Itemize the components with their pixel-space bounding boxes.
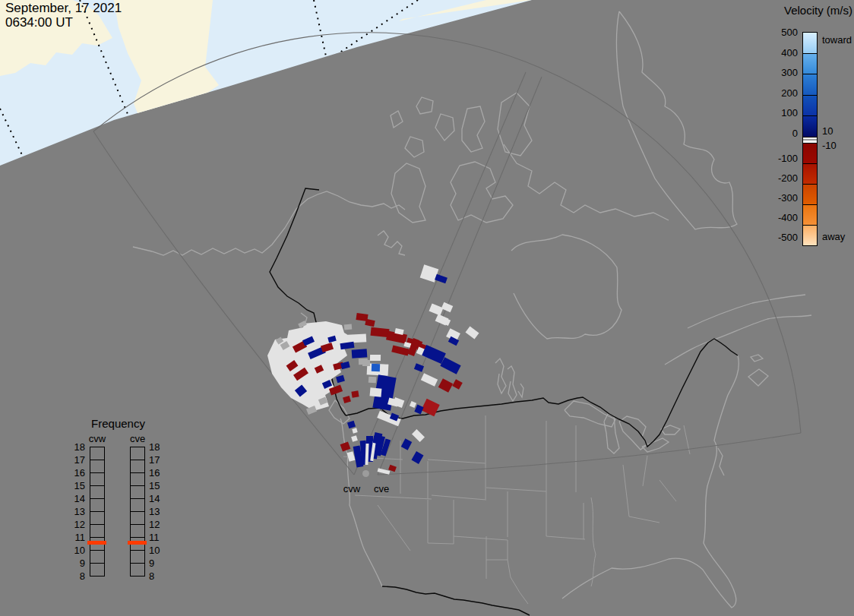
velocity-cell	[452, 379, 463, 390]
frequency-tick-label: 17	[149, 454, 175, 465]
frequency-legend-title: Frequency	[78, 417, 158, 430]
frequency-tick-label: 9	[59, 558, 85, 568]
frequency-cell	[131, 550, 144, 563]
velocity-cell	[336, 375, 345, 383]
frequency-tick-label: 15	[59, 480, 85, 491]
velocity-segment	[803, 163, 817, 184]
velocity-cell	[429, 303, 444, 315]
frequency-tick-label: 16	[149, 467, 175, 478]
velocity-cell	[438, 378, 452, 393]
frequency-cell	[131, 563, 144, 576]
superdarn-fan-plot: cvw cve September, 17 2021 0634:00 UT Ve…	[0, 0, 854, 616]
velocity-colorbar	[802, 32, 818, 246]
zero-gap-line	[803, 139, 817, 141]
frequency-tick-label: 10	[59, 545, 85, 555]
velocity-cell	[293, 367, 308, 381]
frequency-tick-label: 17	[59, 454, 85, 465]
velocity-cell	[344, 324, 353, 330]
velocity-cell	[352, 349, 368, 358]
velocity-cell	[370, 355, 381, 361]
plot-date: September, 17 2021	[5, 1, 122, 15]
velocity-segment	[803, 144, 817, 163]
frequency-tick-label: 18	[59, 441, 85, 452]
velocity-cell	[351, 390, 359, 397]
velocity-cell	[409, 400, 416, 407]
frequency-tick-label: 15	[149, 480, 175, 491]
cells-layer	[0, 0, 854, 616]
frequency-cell	[131, 524, 144, 537]
frequency-tick-label: 14	[149, 493, 175, 504]
frequency-cell	[90, 485, 104, 498]
velocity-cell	[302, 336, 315, 346]
velocity-tick-label: 300	[764, 67, 798, 77]
frequency-cell	[90, 447, 104, 460]
velocity-cell	[315, 365, 324, 373]
frequency-tick-label: 14	[59, 493, 85, 504]
velocity-cell	[411, 451, 423, 464]
velocity-tick-label: 200	[764, 87, 798, 98]
velocity-tick-label: 0	[764, 128, 798, 138]
velocity-tick-label: -300	[764, 192, 798, 203]
velocity-tick-label: -100	[764, 153, 798, 163]
away-label: away	[822, 231, 845, 242]
frequency-tick-label: 12	[149, 519, 175, 529]
velocity-tick-label: 500	[764, 27, 798, 37]
velocity-cell	[368, 377, 377, 384]
velocity-cell	[327, 335, 336, 342]
velocity-cell	[362, 360, 370, 366]
frequency-cell	[90, 498, 104, 511]
velocity-tick-label: -500	[764, 232, 798, 242]
frequency-column-cve	[130, 447, 145, 577]
velocity-tick-label: 100	[764, 107, 798, 118]
timestamp: September, 17 2021 0634:00 UT	[5, 1, 122, 30]
frequency-cell	[131, 498, 144, 511]
frequency-tick-label: 13	[149, 506, 175, 516]
velocity-legend-title: Velocity (m/s)	[716, 4, 852, 17]
radar-label-cvw: cvw	[338, 483, 365, 494]
velocity-cell	[371, 364, 379, 371]
velocity-segment	[803, 184, 817, 204]
radar-label-cve: cve	[368, 483, 395, 494]
frequency-cell	[131, 472, 144, 485]
frequency-tick-label: 11	[149, 532, 175, 542]
frequency-cell	[90, 472, 104, 485]
velocity-cell	[346, 421, 355, 428]
velocity-cell	[441, 302, 453, 312]
frequency-col-cve: cve	[122, 433, 153, 444]
velocity-cell	[343, 396, 351, 403]
frequency-tick-label: 13	[59, 506, 85, 516]
velocity-cell	[421, 373, 438, 387]
velocity-tick-label: 400	[764, 47, 798, 58]
pos-threshold-label: 10	[822, 125, 833, 137]
frequency-cell	[131, 485, 144, 498]
velocity-cell	[329, 384, 343, 395]
frequency-tick-label: 18	[149, 441, 175, 452]
frequency-tick-label: 10	[149, 545, 175, 555]
velocity-segment	[803, 225, 817, 245]
velocity-cell	[435, 274, 448, 284]
velocity-cell	[369, 387, 381, 396]
frequency-cell	[90, 511, 104, 524]
frequency-band-cve	[128, 541, 147, 545]
frequency-tick-label: 8	[149, 570, 175, 581]
velocity-segment	[803, 74, 817, 95]
velocity-cell	[298, 321, 307, 328]
velocity-segment	[803, 204, 817, 225]
velocity-cell	[286, 360, 298, 371]
frequency-column-cvw	[90, 447, 105, 577]
velocity-cell	[340, 441, 350, 451]
velocity-cell	[401, 438, 412, 450]
neg-threshold-label: -10	[822, 140, 837, 151]
velocity-cell	[352, 428, 357, 433]
velocity-cell	[306, 406, 317, 415]
frequency-cell	[90, 524, 104, 537]
velocity-segment	[803, 53, 817, 74]
frequency-cell	[90, 460, 104, 472]
velocity-cell	[465, 326, 479, 339]
frequency-cell	[90, 563, 104, 576]
velocity-cell	[295, 384, 307, 396]
velocity-cell	[365, 319, 375, 327]
velocity-cell	[320, 342, 333, 352]
velocity-segment	[803, 95, 817, 116]
velocity-cell	[351, 435, 358, 442]
